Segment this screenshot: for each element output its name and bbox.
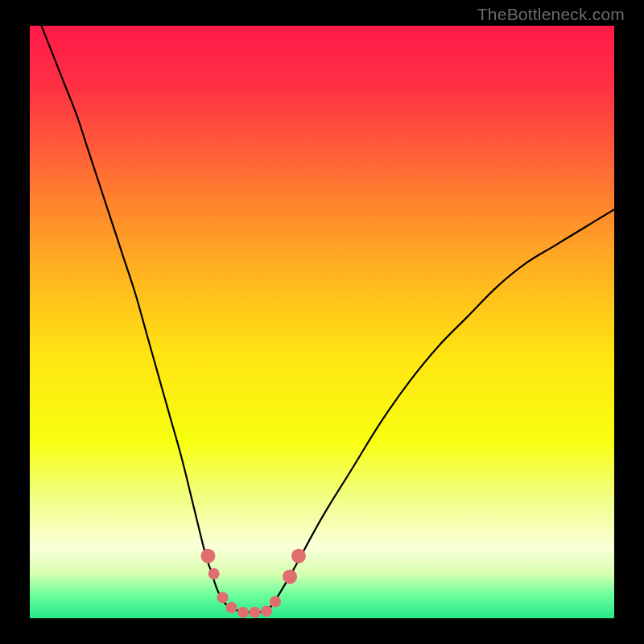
gradient-background [30, 26, 614, 618]
marker-point [283, 569, 297, 584]
marker-point [208, 568, 220, 580]
marker-point [237, 607, 249, 618]
marker-point [250, 607, 261, 618]
chart-frame: TheBottleneck.com [0, 0, 644, 644]
marker-point [200, 549, 215, 564]
marker-point [291, 549, 306, 564]
marker-point [270, 596, 281, 607]
chart-svg [30, 26, 614, 618]
marker-point [261, 605, 272, 617]
marker-point [225, 602, 237, 613]
plot-area [30, 26, 614, 618]
marker-point [217, 592, 229, 603]
watermark-text: TheBottleneck.com [477, 5, 625, 24]
